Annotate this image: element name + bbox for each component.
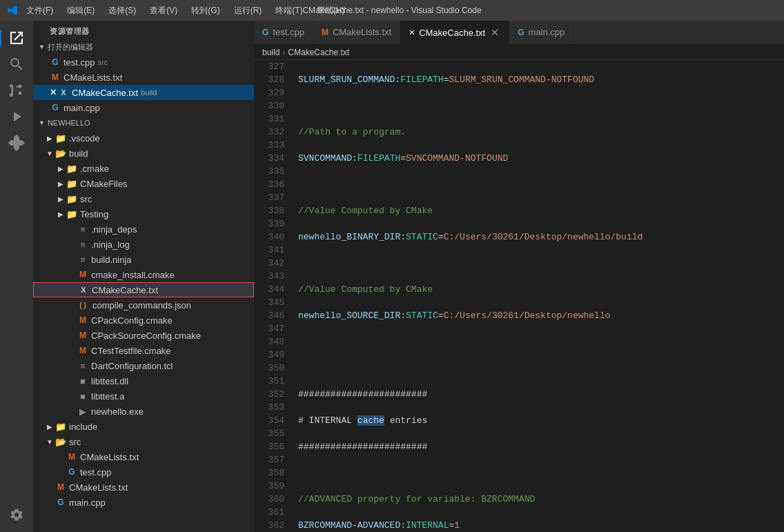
tab-bar: G test.cpp M CMakeLists.txt ✕ CMakeCache…: [254, 21, 784, 45]
titlebar-left: 文件(F) 编辑(E) 选择(S) 查看(V) 转到(G) 运行(R) 终端(T…: [7, 3, 347, 18]
tree-testing-folder[interactable]: ▶ 📁 Testing: [33, 206, 254, 221]
open-editor-test-cpp[interactable]: test.cpp src: [33, 55, 254, 70]
tab-cmakelists[interactable]: M CMakeLists.txt: [313, 21, 400, 44]
tab-label: test.cpp: [273, 27, 304, 37]
breadcrumb-file[interactable]: CMakeCache.txt: [288, 48, 349, 57]
tree-ninja-deps[interactable]: ≡ .ninja_deps: [33, 221, 254, 237]
activity-extensions[interactable]: [5, 131, 28, 155]
tree-newhello-exe[interactable]: ▶ newhello.exe: [33, 404, 254, 419]
chevron-right-icon: ▶: [44, 132, 55, 144]
menu-select[interactable]: 选择(S): [106, 3, 139, 18]
folder-icon: 📁: [66, 208, 77, 219]
tree-include-folder[interactable]: ▶ 📁 include: [33, 419, 254, 434]
chevron-right-icon: ▶: [55, 193, 66, 204]
chevron-right-icon: ▶: [55, 163, 66, 174]
tree-build-folder[interactable]: ▼ 📂 build: [33, 146, 254, 161]
activity-bar: [0, 21, 33, 532]
cmake-file-src-icon: [66, 451, 77, 462]
breadcrumb: build › CMakeCache.txt: [254, 45, 784, 60]
tree-vscode-folder[interactable]: ▶ 📁 .vscode: [33, 130, 254, 146]
cmake-icon4: [77, 345, 88, 356]
tab-main-cpp[interactable]: G main.cpp: [509, 21, 574, 44]
tab-label: main.cpp: [529, 27, 565, 37]
activity-explorer[interactable]: [5, 26, 28, 50]
open-editors-header[interactable]: ▼ 打开的编辑器: [33, 39, 254, 55]
tree-src-test-cpp[interactable]: test.cpp: [33, 464, 254, 480]
activity-search[interactable]: [5, 52, 28, 76]
cmake-icon3: [77, 330, 88, 341]
newhello-root-header[interactable]: ▼ NEWHELLO: [33, 115, 254, 130]
vscode-logo-icon: [7, 5, 18, 16]
breadcrumb-build[interactable]: build: [262, 48, 280, 57]
tree-cpackconfig[interactable]: CPackConfig.cmake: [33, 313, 254, 328]
folder-icon: 📁: [55, 132, 66, 144]
titlebar: 文件(F) 编辑(E) 选择(S) 查看(V) 转到(G) 运行(R) 终端(T…: [0, 0, 784, 21]
main-cpp-icon: [50, 102, 61, 113]
menu-goto[interactable]: 转到(G): [188, 3, 222, 18]
cpp-src-icon: [66, 466, 77, 477]
cmake-file-icon: [50, 72, 61, 83]
exe-icon: ▶: [77, 406, 88, 417]
menu-terminal[interactable]: 终端(T): [273, 3, 305, 18]
tree-libttest-a[interactable]: ■ libttest.a: [33, 388, 254, 404]
file-icon: ≡: [77, 224, 88, 235]
activity-settings[interactable]: [5, 503, 28, 526]
txt-tab-icon: ✕: [409, 28, 415, 37]
tree-ninja-log[interactable]: ≡ .ninja_log: [33, 237, 254, 252]
tree-cmake-install[interactable]: cmake_install.cmake: [33, 267, 254, 282]
tree-src-cmakelists[interactable]: CMakeLists.txt: [33, 449, 254, 464]
sidebar-explorer-header: 资源管理器: [33, 21, 254, 39]
tree-root-cmakelists[interactable]: CMakeLists.txt: [33, 480, 254, 495]
tree-dartconfig[interactable]: ≡ DartConfiguration.tcl: [33, 358, 254, 373]
dll-icon: ■: [77, 375, 88, 386]
menu-edit[interactable]: 编辑(E): [64, 3, 97, 18]
file-icon: ≡: [77, 254, 88, 265]
window-title: CMakeCache.txt - newhello - Visual Studi…: [302, 6, 481, 15]
sidebar: 资源管理器 ▼ 打开的编辑器 test.cpp src CMakeLists.t…: [33, 21, 254, 532]
file-icon: ≡: [77, 239, 88, 250]
folder-icon2: 📁: [55, 421, 66, 432]
titlebar-menu[interactable]: 文件(F) 编辑(E) 选择(S) 查看(V) 转到(G) 运行(R) 终端(T…: [23, 3, 347, 18]
chevron-right-icon2: ▶: [44, 421, 55, 432]
tree-build-ninja[interactable]: ≡ build.ninja: [33, 252, 254, 267]
tab-label: CMakeLists.txt: [333, 27, 391, 37]
menu-view[interactable]: 查看(V): [147, 3, 180, 18]
tree-ctesttest[interactable]: CTestTestfile.cmake: [33, 343, 254, 358]
activity-source-control[interactable]: [5, 79, 28, 102]
tab-close-button[interactable]: ✕: [489, 27, 500, 38]
tab-cmakecache[interactable]: ✕ CMakeCache.txt ✕: [400, 21, 509, 44]
activity-run-debug[interactable]: [5, 105, 28, 128]
folder-open-icon: 📂: [55, 148, 66, 159]
tree-cpacksource[interactable]: CPackSourceConfig.cmake: [33, 328, 254, 343]
folder-icon: 📁: [66, 178, 77, 189]
cmake-icon2: [77, 315, 88, 326]
tab-test-cpp[interactable]: G test.cpp: [254, 21, 313, 44]
menu-run[interactable]: 运行(R): [231, 3, 265, 18]
tree-cmakecache-txt[interactable]: X CMakeCache.txt: [33, 282, 254, 297]
tcl-icon: ≡: [77, 360, 88, 371]
editor-area: G test.cpp M CMakeLists.txt ✕ CMakeCache…: [254, 21, 784, 532]
folder-icon: 📁: [66, 163, 77, 174]
tree-libttest-dll[interactable]: ■ libttest.dll: [33, 373, 254, 388]
line-numbers: 327 328 329 330 331 332 333 334 335 336 …: [254, 60, 290, 532]
open-editor-cmakecache[interactable]: ✕ X CMakeCache.txt build: [33, 85, 254, 100]
folder-icon: 📁: [66, 193, 77, 204]
cpp-tab-icon: G: [262, 28, 268, 37]
tree-src-root-folder[interactable]: ▼ 📂 src: [33, 434, 254, 449]
chevron-down-icon2: ▼: [44, 436, 55, 447]
cmake-tab-icon: M: [322, 28, 329, 37]
txt-file-icon: X: [58, 87, 69, 98]
breadcrumb-sep1: ›: [282, 48, 285, 57]
tree-compile-commands[interactable]: { } compile_commands.json: [33, 297, 254, 313]
tree-cmake-folder[interactable]: ▶ 📁 .cmake: [33, 161, 254, 176]
tree-src-folder[interactable]: ▶ 📁 src: [33, 191, 254, 206]
open-editor-main-cpp[interactable]: main.cpp: [33, 100, 254, 115]
chevron-right-icon: ▶: [55, 208, 66, 219]
x-icon: ✕: [50, 88, 57, 97]
menu-file[interactable]: 文件(F): [23, 3, 56, 18]
tree-root-main-cpp[interactable]: main.cpp: [33, 495, 254, 510]
tree-cmakefiles-folder[interactable]: ▶ 📁 CMakeFiles: [33, 176, 254, 191]
code-area[interactable]: SLURM_SRUN_COMMAND:FILEPATH=SLURM_SRUN_C…: [290, 60, 784, 532]
lib-icon: ■: [77, 391, 88, 402]
open-editor-cmakelists[interactable]: CMakeLists.txt: [33, 70, 254, 85]
